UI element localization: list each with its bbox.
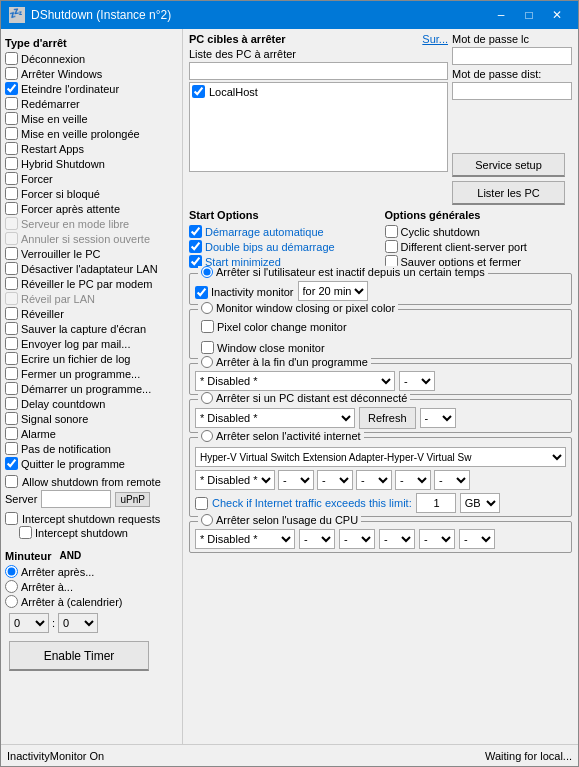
hybrid-check[interactable] <box>5 157 18 170</box>
localhost-check[interactable] <box>192 85 205 98</box>
list-item[interactable]: Envoyer log par mail... <box>5 336 178 351</box>
desactiver-lan-check[interactable] <box>5 262 18 275</box>
intercept-inner-check[interactable] <box>19 526 32 539</box>
pc-distant-radio[interactable] <box>201 392 213 404</box>
list-item[interactable]: Quitter le programme <box>5 456 178 471</box>
forcer-apres-check[interactable] <box>5 202 18 215</box>
activite-radio[interactable] <box>201 430 213 442</box>
fermer-prog-check[interactable] <box>5 367 18 380</box>
radio-arreter-apres[interactable]: Arrêter après... <box>5 564 178 579</box>
server-input[interactable] <box>41 490 111 508</box>
list-item[interactable]: Signal sonore <box>5 411 178 426</box>
cpu-dash3[interactable]: - <box>379 529 415 549</box>
diff-port-check[interactable]: Different client-server port <box>385 239 573 254</box>
internet-dash5[interactable]: - <box>434 470 470 490</box>
mise-veille-prolongee-check[interactable] <box>5 127 18 140</box>
inactivity-monitor-check[interactable]: Inactivity monitor <box>195 285 294 300</box>
mise-veille-check[interactable] <box>5 112 18 125</box>
cpu-dropdown[interactable]: * Disabled * <box>195 529 295 549</box>
list-item[interactable]: Forcer <box>5 171 178 186</box>
minutes-select[interactable]: 0153045 <box>58 613 98 633</box>
list-item[interactable]: Fermer un programme... <box>5 366 178 381</box>
ecrire-log-check[interactable] <box>5 352 18 365</box>
arreter-windows-check[interactable] <box>5 67 18 80</box>
internet-dash2[interactable]: - <box>317 470 353 490</box>
list-item[interactable]: Démarrer un programme... <box>5 381 178 396</box>
signal-check[interactable] <box>5 412 18 425</box>
mot-passe-dist-input[interactable] <box>452 82 572 100</box>
fin-prog-radio[interactable] <box>201 356 213 368</box>
hours-select[interactable]: 012 <box>9 613 49 633</box>
fin-prog-dash-dropdown[interactable]: - <box>399 371 435 391</box>
list-item[interactable]: Eteindre l'ordinateur <box>5 81 178 96</box>
list-item[interactable]: Pas de notification <box>5 441 178 456</box>
list-item[interactable]: Delay countdown <box>5 396 178 411</box>
cpu-dash4[interactable]: - <box>419 529 455 549</box>
window-close-check[interactable]: Window close monitor <box>201 340 325 355</box>
pixel-color-check[interactable]: Pixel color change monitor <box>201 319 347 334</box>
inactif-radio[interactable] <box>201 266 213 278</box>
list-item[interactable]: Mise en veille prolongée <box>5 126 178 141</box>
list-item[interactable]: Arrêter Windows <box>5 66 178 81</box>
pc-input[interactable] <box>189 62 448 80</box>
list-item[interactable]: Mise en veille <box>5 111 178 126</box>
list-item[interactable]: Ecrire un fichier de log <box>5 351 178 366</box>
mot-passe-lc-input[interactable] <box>452 47 572 65</box>
internet-limit-check[interactable] <box>195 497 208 510</box>
cpu-dash5[interactable]: - <box>459 529 495 549</box>
allow-remote-check[interactable] <box>5 475 18 488</box>
pc-distant-dash-dropdown[interactable]: - <box>420 408 456 428</box>
eteindre-check[interactable] <box>5 82 18 95</box>
internet-dash1[interactable]: - <box>278 470 314 490</box>
internet-dash4[interactable]: - <box>395 470 431 490</box>
list-item[interactable]: Hybrid Shutdown <box>5 156 178 171</box>
deconnexion-check[interactable] <box>5 52 18 65</box>
quitter-check[interactable] <box>5 457 18 470</box>
alarme-check[interactable] <box>5 427 18 440</box>
list-item[interactable]: Forcer après attente <box>5 201 178 216</box>
list-item[interactable]: Sauver la capture d'écran <box>5 321 178 336</box>
cpu-dash2[interactable]: - <box>339 529 375 549</box>
delay-check[interactable] <box>5 397 18 410</box>
restart-apps-check[interactable] <box>5 142 18 155</box>
sauver-capture-check[interactable] <box>5 322 18 335</box>
list-item[interactable]: Redémarrer <box>5 96 178 111</box>
double-bips-check[interactable]: Double bips au démarrage <box>189 239 377 254</box>
close-button[interactable]: ✕ <box>544 5 570 25</box>
list-item[interactable]: Forcer si bloqué <box>5 186 178 201</box>
maximize-button[interactable]: □ <box>516 5 542 25</box>
radio-arreter-a[interactable]: Arrêter à... <box>5 579 178 594</box>
demarrage-auto-check[interactable]: Démarrage automatique <box>189 224 377 239</box>
enable-timer-button[interactable]: Enable Timer <box>9 641 149 671</box>
intercept-outer-check[interactable] <box>5 512 18 525</box>
monitor-radio[interactable] <box>201 302 213 314</box>
upnp-button[interactable]: uPnP <box>115 492 149 507</box>
pc-distant-dropdown[interactable]: * Disabled * <box>195 408 355 428</box>
refresh-button[interactable]: Refresh <box>359 407 416 429</box>
list-item[interactable]: Alarme <box>5 426 178 441</box>
reveiller-check[interactable] <box>5 307 18 320</box>
forcer-bloque-check[interactable] <box>5 187 18 200</box>
envoyer-log-check[interactable] <box>5 337 18 350</box>
forcer-check[interactable] <box>5 172 18 185</box>
list-item[interactable]: Déconnexion <box>5 51 178 66</box>
traffic-limit-input[interactable] <box>416 493 456 513</box>
cpu-dash1[interactable]: - <box>299 529 335 549</box>
intercept-check-item[interactable]: Intercept shutdown <box>5 525 178 540</box>
list-item[interactable]: Verrouiller le PC <box>5 246 178 261</box>
redemarrer-check[interactable] <box>5 97 18 110</box>
list-item[interactable]: Restart Apps <box>5 141 178 156</box>
verrouiller-check[interactable] <box>5 247 18 260</box>
fin-prog-dropdown[interactable]: * Disabled * <box>195 371 395 391</box>
minimize-button[interactable]: – <box>488 5 514 25</box>
list-item[interactable]: Réveiller le PC par modem <box>5 276 178 291</box>
traffic-unit-dropdown[interactable]: GBMB <box>460 493 500 513</box>
list-item[interactable]: Désactiver l'adaptateur LAN <box>5 261 178 276</box>
radio-arreter-calendrier[interactable]: Arrêter à (calendrier) <box>5 594 178 609</box>
list-item[interactable]: Réveiller <box>5 306 178 321</box>
cyclic-check[interactable]: Cyclic shutdown <box>385 224 573 239</box>
lister-pc-button[interactable]: Lister les PC <box>452 181 565 205</box>
internet-disabled-dropdown[interactable]: * Disabled * <box>195 470 275 490</box>
cpu-radio[interactable] <box>201 514 213 526</box>
pas-notif-check[interactable] <box>5 442 18 455</box>
